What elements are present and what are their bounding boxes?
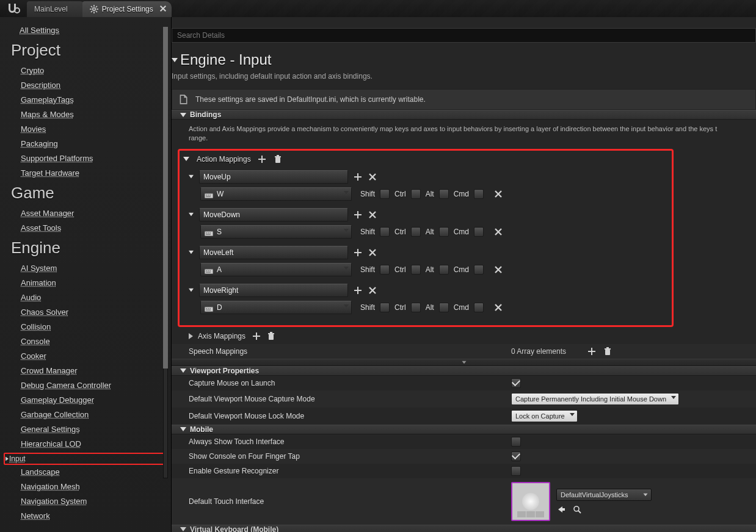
sidebar-item-debug-camera-controller[interactable]: Debug Camera Controller [21, 381, 160, 390]
sidebar-item-navigation-system[interactable]: Navigation System [21, 497, 160, 506]
mod-ctrl-checkbox[interactable] [411, 265, 421, 275]
sidebar-item-console[interactable]: Console [21, 337, 160, 346]
unreal-logo-icon[interactable] [0, 0, 27, 17]
sidebar-item-target-hardware[interactable]: Target Hardware [21, 168, 160, 178]
collapse-icon[interactable] [172, 58, 178, 62]
sidebar-item-navigation-mesh[interactable]: Navigation Mesh [21, 482, 160, 491]
lock-mode-select[interactable]: Lock on Capture [511, 410, 578, 422]
close-icon[interactable] [159, 5, 167, 12]
chevron-down-icon[interactable] [189, 175, 194, 179]
sidebar-item-crypto[interactable]: Crypto [21, 66, 160, 75]
add-action-mapping-button[interactable] [257, 154, 267, 164]
action-name-input[interactable] [199, 246, 348, 259]
mod-alt-checkbox[interactable] [439, 189, 449, 199]
key-select[interactable]: A [200, 263, 352, 276]
chevron-down-icon[interactable] [183, 157, 189, 161]
mod-alt-checkbox[interactable] [439, 227, 449, 237]
clear-speech-mappings-button[interactable] [603, 347, 612, 356]
reset-asset-button[interactable] [556, 505, 566, 514]
mod-shift-checkbox[interactable] [380, 265, 390, 275]
sidebar-scrollbar[interactable] [161, 27, 170, 478]
sidebar-item-input[interactable]: Input [4, 453, 165, 465]
sidebar-all-settings[interactable]: All Settings [20, 26, 160, 35]
sidebar-item-description[interactable]: Description [21, 81, 160, 90]
tab-project-settings[interactable]: Project Settings [82, 1, 172, 17]
four-finger-checkbox[interactable] [511, 451, 521, 461]
mod-cmd-checkbox[interactable] [474, 303, 484, 312]
add-axis-mapping-button[interactable] [252, 331, 261, 341]
chevron-right-icon[interactable] [189, 333, 193, 339]
add-speech-mapping-button[interactable] [587, 347, 597, 356]
sidebar-item-ai-system[interactable]: AI System [21, 264, 160, 273]
remove-key-button[interactable] [493, 227, 503, 237]
touch-interface-thumbnail[interactable] [511, 482, 550, 521]
sidebar-item-maps-modes[interactable]: Maps & Modes [21, 110, 160, 119]
add-key-button[interactable] [353, 210, 363, 220]
mod-alt-checkbox[interactable] [439, 265, 449, 275]
key-select[interactable]: D [200, 301, 352, 314]
search-input[interactable] [172, 28, 756, 43]
action-name-input[interactable] [199, 170, 348, 184]
chevron-down-icon[interactable] [189, 289, 194, 292]
add-key-button[interactable] [353, 172, 363, 182]
remove-action-button[interactable] [368, 210, 377, 220]
section-mobile[interactable]: Mobile [172, 425, 756, 434]
key-select[interactable]: W [200, 187, 352, 201]
sidebar-item-gameplay-debugger[interactable]: Gameplay Debugger [21, 395, 160, 404]
tab-level[interactable]: MainLevel [27, 1, 86, 17]
remove-action-button[interactable] [368, 286, 377, 295]
mod-cmd-checkbox[interactable] [474, 265, 484, 275]
remove-key-button[interactable] [493, 265, 503, 275]
remove-key-button[interactable] [493, 189, 503, 199]
remove-action-button[interactable] [368, 172, 377, 182]
sidebar-item-general-settings[interactable]: General Settings [21, 425, 160, 434]
mod-shift-checkbox[interactable] [380, 303, 390, 312]
sidebar-item-chaos-solver[interactable]: Chaos Solver [21, 307, 160, 317]
mod-ctrl-checkbox[interactable] [411, 227, 421, 237]
sidebar-item-asset-manager[interactable]: Asset Manager [21, 209, 160, 218]
remove-key-button[interactable] [493, 303, 503, 312]
sidebar-item-packaging[interactable]: Packaging [21, 139, 160, 148]
sidebar-item-audio[interactable]: Audio [21, 293, 160, 302]
sidebar-item-supported-platforms[interactable]: Supported Platforms [21, 154, 160, 163]
mod-shift-checkbox[interactable] [380, 189, 390, 199]
sidebar-item-crowd-manager[interactable]: Crowd Manager [21, 366, 160, 375]
chevron-down-icon[interactable] [189, 251, 194, 254]
mod-cmd-checkbox[interactable] [474, 189, 484, 199]
mod-cmd-checkbox[interactable] [474, 227, 484, 237]
always-touch-checkbox[interactable] [511, 437, 521, 447]
sidebar-item-asset-tools[interactable]: Asset Tools [21, 223, 160, 232]
action-name-input[interactable] [199, 208, 348, 221]
remove-action-button[interactable] [368, 248, 377, 257]
sidebar-item-animation[interactable]: Animation [21, 278, 160, 287]
section-bindings[interactable]: Bindings [172, 110, 756, 120]
clear-axis-mappings-button[interactable] [266, 331, 276, 341]
touch-interface-select[interactable]: DefaultVirtualJoysticks [556, 489, 652, 501]
sidebar-item-hierarchical-lod[interactable]: Hierarchical LOD [21, 439, 160, 448]
mod-alt-checkbox[interactable] [439, 303, 449, 312]
capture-mouse-launch-checkbox[interactable] [511, 378, 521, 388]
section-viewport[interactable]: Viewport Properties [172, 366, 756, 376]
add-key-button[interactable] [353, 286, 363, 295]
capture-mode-select[interactable]: Capture Permanently Including Initial Mo… [511, 393, 679, 405]
add-key-button[interactable] [353, 248, 363, 257]
chevron-down-icon[interactable] [189, 213, 194, 217]
sidebar-item-garbage-collection[interactable]: Garbage Collection [21, 410, 160, 419]
sidebar-item-collision[interactable]: Collision [21, 322, 160, 331]
section-virtual-keyboard[interactable]: Virtual Keyboard (Mobile) [172, 525, 756, 532]
sidebar-item-cooker[interactable]: Cooker [21, 351, 160, 361]
section-bindings-label: Bindings [190, 110, 221, 119]
sidebar-item-network[interactable]: Network [21, 511, 160, 520]
key-select[interactable]: S [200, 225, 352, 239]
sidebar-item-movies[interactable]: Movies [21, 124, 160, 134]
action-name-input[interactable] [199, 284, 348, 297]
mod-ctrl-checkbox[interactable] [411, 303, 421, 312]
mod-ctrl-checkbox[interactable] [411, 189, 421, 199]
expand-advanced-button[interactable] [172, 359, 756, 366]
sidebar-item-gameplaytags[interactable]: GameplayTags [21, 95, 160, 104]
mod-shift-checkbox[interactable] [380, 227, 390, 237]
clear-action-mappings-button[interactable] [273, 154, 283, 164]
sidebar-item-landscape[interactable]: Landscape [21, 467, 160, 476]
browse-asset-button[interactable] [572, 505, 582, 514]
gesture-checkbox[interactable] [511, 466, 521, 476]
